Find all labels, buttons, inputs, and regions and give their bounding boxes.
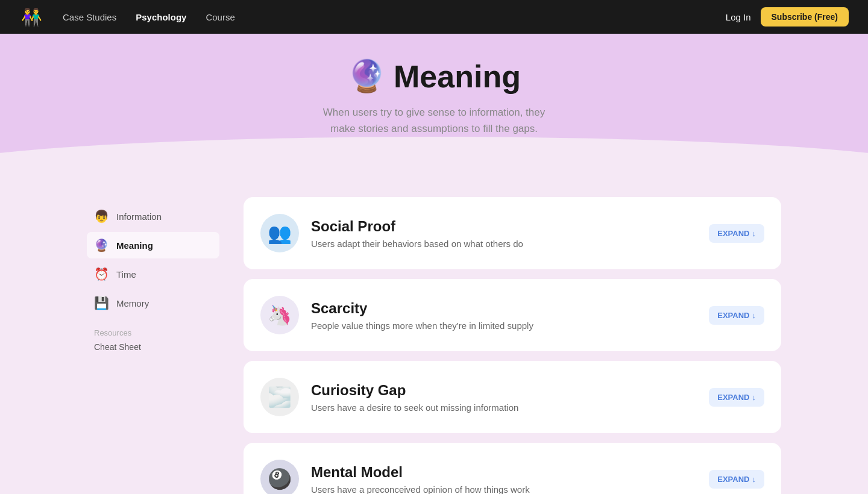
hero-emoji: 🔮 — [347, 58, 386, 95]
main-content: 👥 Social Proof Users adapt their behavio… — [244, 197, 781, 494]
nav-left: 👫 Case Studies Psychology Course — [19, 5, 235, 29]
sidebar-item-label-meaning: Meaning — [116, 240, 153, 251]
hero-title: 🔮 Meaning — [0, 58, 868, 95]
memory-icon: 💾 — [94, 296, 109, 310]
sidebar-item-information[interactable]: 👦 Information — [87, 203, 219, 230]
social-proof-desc: Users adapt their behaviors based on wha… — [311, 239, 697, 249]
curiosity-gap-text: Curiosity Gap Users have a desire to see… — [311, 382, 697, 413]
scarcity-title: Scarcity — [311, 300, 697, 317]
sidebar-item-memory[interactable]: 💾 Memory — [87, 290, 219, 316]
mental-model-expand-button[interactable]: EXPAND — [709, 470, 764, 489]
mental-model-icon: 🎱 — [260, 460, 299, 494]
meaning-icon: 🔮 — [94, 238, 109, 252]
nav-right: Log In Subscribe (Free) — [726, 7, 849, 27]
curiosity-gap-expand-button[interactable]: EXPAND — [709, 388, 764, 407]
social-proof-text: Social Proof Users adapt their behaviors… — [311, 218, 697, 249]
curiosity-gap-icon: 🌫️ — [260, 378, 299, 416]
nav-link-case-studies[interactable]: Case Studies — [63, 12, 116, 22]
scarcity-desc: People value things more when they're in… — [311, 320, 697, 331]
login-button[interactable]: Log In — [726, 12, 751, 22]
page-layout: 👦 Information 🔮 Meaning ⏰ Time 💾 Memory … — [72, 173, 796, 494]
sidebar-item-meaning[interactable]: 🔮 Meaning — [87, 232, 219, 258]
scarcity-text: Scarcity People value things more when t… — [311, 300, 697, 331]
nav-link-course[interactable]: Course — [206, 12, 234, 22]
cheat-sheet-link[interactable]: Cheat Sheet — [87, 340, 219, 354]
hero-title-text: Meaning — [394, 58, 521, 95]
mental-model-text: Mental Model Users have a preconceived o… — [311, 464, 697, 494]
sidebar: 👦 Information 🔮 Meaning ⏰ Time 💾 Memory … — [87, 197, 219, 494]
nav-link-psychology[interactable]: Psychology — [136, 12, 186, 22]
sidebar-item-label-information: Information — [116, 211, 162, 222]
navbar: 👫 Case Studies Psychology Course Log In … — [0, 0, 868, 34]
sidebar-item-label-time: Time — [116, 269, 136, 280]
mental-model-title: Mental Model — [311, 464, 697, 481]
sidebar-item-time[interactable]: ⏰ Time — [87, 261, 219, 287]
time-icon: ⏰ — [94, 267, 109, 281]
social-proof-icon: 👥 — [260, 214, 299, 252]
social-proof-expand-button[interactable]: EXPAND — [709, 224, 764, 243]
card-social-proof: 👥 Social Proof Users adapt their behavio… — [244, 197, 781, 269]
hero-subtitle: When users try to give sense to informat… — [283, 104, 585, 137]
card-curiosity-gap: 🌫️ Curiosity Gap Users have a desire to … — [244, 361, 781, 433]
sidebar-item-label-memory: Memory — [116, 298, 149, 308]
scarcity-icon: 🦄 — [260, 296, 299, 334]
subscribe-button[interactable]: Subscribe (Free) — [761, 7, 849, 27]
card-scarcity: 🦄 Scarcity People value things more when… — [244, 279, 781, 351]
information-icon: 👦 — [94, 209, 109, 224]
resources-label: Resources — [87, 326, 219, 340]
scarcity-expand-button[interactable]: EXPAND — [709, 306, 764, 325]
social-proof-title: Social Proof — [311, 218, 697, 235]
hero-section: 🔮 Meaning When users try to give sense t… — [0, 34, 868, 173]
card-mental-model: 🎱 Mental Model Users have a preconceived… — [244, 443, 781, 494]
nav-logo[interactable]: 👫 — [19, 5, 43, 29]
curiosity-gap-desc: Users have a desire to seek out missing … — [311, 402, 697, 413]
mental-model-desc: Users have a preconceived opinion of how… — [311, 484, 697, 494]
curiosity-gap-title: Curiosity Gap — [311, 382, 697, 399]
